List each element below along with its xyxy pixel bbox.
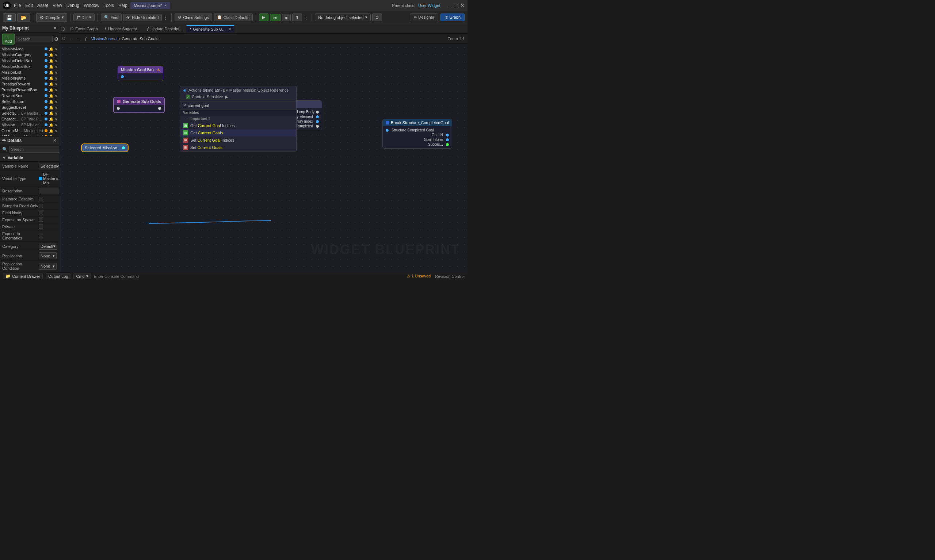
console-command-input[interactable] bbox=[94, 274, 167, 278]
class-settings-button[interactable]: ⚙ Class Settings bbox=[175, 14, 212, 21]
list-item[interactable]: CharacterReference BP Third Person... 🔔 … bbox=[0, 116, 59, 122]
list-item[interactable]: SuggestLevel 🔔 ∨ bbox=[0, 105, 59, 110]
list-item[interactable]: MissionName 🔔 ∨ bbox=[0, 75, 59, 81]
upload-button[interactable]: ⬆ bbox=[292, 14, 302, 21]
goal-inform-pin[interactable] bbox=[446, 138, 449, 141]
my-blueprint-close[interactable]: ✕ bbox=[53, 26, 57, 31]
tab-generate-close[interactable]: ✕ bbox=[229, 27, 231, 31]
loop-body-pin[interactable] bbox=[316, 111, 319, 114]
blueprint-read-only-checkbox[interactable] bbox=[39, 204, 43, 208]
list-item[interactable]: PrestigeRewardBox 🔔 ∨ bbox=[0, 87, 59, 93]
win-maximize[interactable]: □ bbox=[455, 3, 458, 8]
editor-tab[interactable]: MissionJournal* × bbox=[130, 2, 171, 9]
details-search-input[interactable] bbox=[9, 146, 63, 152]
variable-search-input[interactable] bbox=[16, 36, 52, 42]
play-more[interactable]: ⋮ bbox=[303, 15, 309, 20]
generate-sub-goals-node[interactable]: ▣ Generate Sub Goals bbox=[113, 97, 165, 113]
menu-help[interactable]: Help bbox=[118, 3, 128, 8]
private-checkbox[interactable] bbox=[39, 225, 43, 229]
list-item[interactable]: MissionGoalBox 🔔 ∨ bbox=[0, 63, 59, 69]
menu-window[interactable]: Window bbox=[84, 3, 99, 8]
browse-button[interactable]: 📂 bbox=[17, 13, 30, 22]
add-variable-button[interactable]: + Add bbox=[2, 34, 15, 45]
mission-goal-box-node[interactable]: Mission Goal Box ⚠ bbox=[118, 66, 163, 81]
hide-unrelated-button[interactable]: 👁 Hide Unrelated bbox=[123, 14, 162, 21]
variable-section-header[interactable]: ▼ Variable bbox=[0, 154, 59, 162]
success-pin[interactable] bbox=[446, 143, 449, 146]
menu-view[interactable]: View bbox=[52, 3, 62, 8]
list-item[interactable]: MissionDetailBox 🔔 ∨ bbox=[0, 58, 59, 63]
expose-on-spawn-checkbox[interactable] bbox=[39, 218, 43, 222]
replication-dropdown[interactable]: None ▾ bbox=[39, 252, 57, 259]
class-defaults-button[interactable]: 📋 Class Defaults bbox=[214, 14, 253, 21]
menu-tools[interactable]: Tools bbox=[104, 3, 114, 8]
debug-object-select[interactable]: No debug object selected ▾ bbox=[315, 14, 370, 21]
list-item[interactable]: MissionList 🔔 ∨ bbox=[0, 69, 59, 75]
save-button[interactable]: 💾 bbox=[3, 13, 16, 22]
menu-file[interactable]: File bbox=[14, 3, 21, 8]
list-item[interactable]: PrestigeReward 🔔 ∨ bbox=[0, 81, 59, 87]
list-item[interactable]: CurrentMissionWidget Mission List 🔔 ∨ bbox=[0, 128, 59, 134]
autocomplete-item-get-indices[interactable]: ⊞ Get Current Goal Indices bbox=[180, 122, 296, 129]
compile-button[interactable]: ⚙ Compile ▾ bbox=[36, 13, 67, 22]
autocomplete-close-button[interactable]: ✕ bbox=[183, 103, 186, 108]
list-item[interactable]: RewardBox 🔔 ∨ bbox=[0, 93, 59, 98]
content-drawer-button[interactable]: 📁 Content Drawer bbox=[3, 273, 43, 279]
play-next-button[interactable]: ⏭ bbox=[270, 14, 280, 21]
list-item[interactable]: MissionManager BP Mission Mana... 🔔 ∨ bbox=[0, 122, 59, 128]
details-close-button[interactable]: ✕ bbox=[53, 138, 57, 143]
menu-edit[interactable]: Edit bbox=[25, 3, 33, 8]
tab-event-graph[interactable]: ⬡ Event Graph bbox=[67, 25, 101, 32]
revision-control-button[interactable]: Revision Control bbox=[435, 274, 465, 278]
graph-button[interactable]: ◫ Graph bbox=[441, 14, 465, 21]
graph-canvas[interactable]: Mission Goal Box ⚠ ▣ Generate Sub Goals bbox=[59, 44, 467, 272]
toolbar-more[interactable]: ⋮ bbox=[163, 15, 168, 20]
output-pin[interactable] bbox=[122, 146, 125, 149]
menu-debug[interactable]: Debug bbox=[66, 3, 79, 8]
array-index-pin[interactable] bbox=[316, 120, 319, 123]
category-dropdown[interactable]: Default ▾ bbox=[39, 243, 57, 250]
output-pin[interactable] bbox=[121, 75, 124, 78]
find-button[interactable]: 🔍 Find bbox=[101, 14, 122, 21]
selected-mission-node[interactable]: Selected Mission bbox=[81, 143, 129, 152]
debug-object-button[interactable]: ⊙ bbox=[372, 14, 382, 21]
menu-asset[interactable]: Asset bbox=[37, 3, 48, 8]
cmd-button[interactable]: Cmd ▾ bbox=[73, 273, 91, 279]
play-button[interactable]: ▶ bbox=[259, 14, 268, 21]
goal-n-pin[interactable] bbox=[446, 134, 449, 137]
completed-pin[interactable] bbox=[316, 125, 319, 128]
nav-forward-button[interactable]: → bbox=[77, 37, 81, 41]
tab-update-descript[interactable]: ƒ Update Descript... bbox=[144, 26, 186, 32]
diff-button[interactable]: ⇄ Diff ▾ bbox=[73, 14, 94, 21]
context-arrow-icon[interactable]: ▶ bbox=[225, 95, 228, 99]
breadcrumb-parent[interactable]: MissionJournal bbox=[91, 37, 117, 41]
autocomplete-item-set-goals[interactable]: ⊞ Set Current Goals bbox=[180, 144, 296, 151]
list-item[interactable]: MissionArea 🔔 ∨ bbox=[0, 46, 59, 52]
output-log-button[interactable]: Output Log bbox=[46, 274, 71, 279]
list-item[interactable]: SelectedMission BP Master Missi... 🔔 ∨ bbox=[0, 110, 59, 116]
tab-update-suggest[interactable]: ƒ Update Suggest... bbox=[102, 26, 143, 32]
context-sensitive-checkbox[interactable]: ✓ bbox=[186, 95, 190, 99]
settings-icon[interactable]: ⚙ bbox=[54, 36, 59, 42]
list-item[interactable]: MissionCategory 🔔 ∨ bbox=[0, 52, 59, 58]
win-minimize[interactable]: — bbox=[448, 3, 453, 8]
replication-condition-dropdown[interactable]: None ▾ bbox=[39, 263, 57, 270]
struct-in-pin[interactable] bbox=[386, 129, 389, 132]
exec-in-pin[interactable] bbox=[117, 107, 120, 110]
instance-editable-checkbox[interactable] bbox=[39, 197, 43, 201]
break-structure-node[interactable]: Break Structure_CompletedGoal Structure … bbox=[382, 118, 452, 149]
designer-button[interactable]: ✏ Designer bbox=[410, 14, 438, 21]
list-item[interactable]: SelectButton 🔔 ∨ bbox=[0, 98, 59, 105]
field-notify-checkbox[interactable] bbox=[39, 211, 43, 215]
exec-out-pin[interactable] bbox=[158, 107, 161, 110]
tab-close-button[interactable]: × bbox=[164, 4, 166, 8]
win-close[interactable]: ✕ bbox=[460, 3, 465, 8]
nav-back-button[interactable]: ← bbox=[69, 37, 73, 41]
array-type-button[interactable]: ≡ bbox=[56, 177, 59, 181]
autocomplete-item-set-indices[interactable]: ⊞ Set Current Goal Indices bbox=[180, 137, 296, 144]
tab-generate-sub-goals[interactable]: ƒ Generate Sub G... ✕ bbox=[186, 25, 234, 32]
autocomplete-search-input[interactable] bbox=[188, 103, 293, 108]
autocomplete-item-get-goals[interactable]: ⊞ Get Current Goals bbox=[180, 129, 296, 137]
stop-button[interactable]: ■ bbox=[282, 14, 291, 21]
array-element-pin[interactable] bbox=[316, 115, 319, 118]
